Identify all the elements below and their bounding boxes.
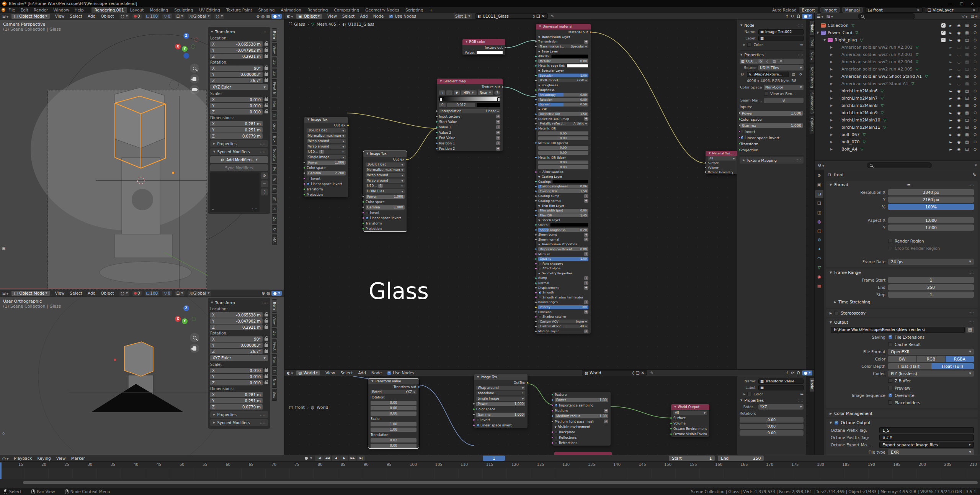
properties-row[interactable]: Color ▼ BWRGBRGBA ▤ bbox=[826, 355, 978, 362]
node-row[interactable]: ▼ 0.00 ▼ + bbox=[536, 131, 591, 136]
node-widget[interactable]: 0.00 ▼ + bbox=[538, 131, 588, 135]
node-row[interactable]: ▼ Film IOR 1.45 ▼ + bbox=[536, 213, 591, 218]
node-row[interactable]: ▼ Color space ▼ + bbox=[363, 199, 407, 205]
node-row[interactable]: ▼ Custom AOV None ▼ + bbox=[536, 319, 591, 324]
expander-icon[interactable]: ▶ bbox=[828, 118, 835, 122]
input-socket[interactable] bbox=[535, 55, 537, 57]
manual-button[interactable]: Manual bbox=[842, 7, 863, 13]
node-row[interactable]: ▼ Smooth ▼ + bbox=[536, 290, 591, 295]
sidebar-tab[interactable]: View bbox=[272, 314, 277, 327]
outliner-item-name[interactable]: American soldier ww2 run A2.003 bbox=[841, 52, 913, 57]
node-row[interactable]: ▼ Projection ▼ + bbox=[363, 226, 407, 231]
outliner-item-name[interactable]: Right_plug bbox=[835, 38, 857, 43]
number-field[interactable]: Y0.010 bbox=[210, 103, 263, 108]
hide-eye-icon[interactable] bbox=[956, 67, 962, 71]
node-widget[interactable]: Single Image ▼ + bbox=[476, 397, 525, 401]
checkbox[interactable] bbox=[888, 379, 892, 383]
interp-mode-select[interactable]: Near▼ bbox=[478, 90, 493, 95]
open-folder-icon[interactable]: ▤ bbox=[771, 59, 777, 63]
outliner-row[interactable]: ▶ American soldier ww2 Shoot Stand A1 ▽ … bbox=[815, 73, 980, 80]
node-row[interactable]: ▼ Transform ▼ + bbox=[363, 221, 407, 226]
trash-icon[interactable]: ▯ bbox=[261, 188, 268, 195]
node-row[interactable]: ▼ Specular 1.00 ▼ + bbox=[536, 73, 591, 78]
gizmo-toggle-icon[interactable]: ⊕ bbox=[261, 291, 265, 295]
transform-panel-header[interactable]: ▼Transform:::: bbox=[210, 28, 268, 35]
output-socket[interactable] bbox=[501, 86, 504, 88]
input-socket[interactable] bbox=[535, 185, 537, 188]
input-socket[interactable] bbox=[535, 65, 537, 67]
input-socket[interactable] bbox=[704, 171, 707, 173]
node-row[interactable]: ▼ Wrap around ▼ + bbox=[363, 178, 407, 183]
input-socket[interactable] bbox=[551, 404, 554, 406]
transform-row[interactable]: X0.281 m bbox=[210, 121, 268, 127]
input-socket[interactable] bbox=[535, 180, 537, 183]
auto-keying-icon[interactable] bbox=[305, 457, 308, 460]
node-widget[interactable]: Rotation 0.00 ▼ + bbox=[538, 98, 588, 102]
workspace-tab[interactable]: Modeling bbox=[147, 7, 171, 13]
number-field[interactable]: Y0.010 bbox=[210, 374, 263, 379]
transform-row[interactable]: Y-0.047902 m bbox=[210, 318, 268, 324]
node-row[interactable]: ▼ 0.00 ▼ + bbox=[368, 411, 419, 416]
color-checkbox[interactable] bbox=[747, 43, 751, 47]
input-socket[interactable] bbox=[535, 128, 537, 130]
properties-tab-icon[interactable]: ▢ bbox=[815, 227, 823, 235]
node-widget[interactable]: Projection ▼ + bbox=[366, 227, 405, 231]
input-socket[interactable] bbox=[303, 177, 305, 180]
refresh-icon[interactable]: ⟳ bbox=[261, 172, 268, 179]
arrow-up-icon[interactable]: ↑ bbox=[786, 14, 789, 18]
render-visibility-icon[interactable]: ⊙ bbox=[972, 111, 978, 115]
expander-icon[interactable]: ▶ bbox=[828, 89, 835, 93]
hide-eye-icon[interactable] bbox=[956, 45, 962, 49]
copy-icon[interactable]: ❏ bbox=[536, 14, 540, 19]
node-widget[interactable]: BSDF model GGX ▼ + bbox=[538, 79, 588, 82]
node-partial-header[interactable] bbox=[554, 452, 612, 455]
node-widget[interactable]: Surface ▼ + bbox=[708, 161, 736, 165]
input-socket[interactable] bbox=[535, 190, 537, 192]
node-gradient-map[interactable]: ▼Gradient map Texture out + − ▼ HSV▼ Nea… bbox=[437, 79, 503, 151]
node-row[interactable]: ▼ 0.00 ▼ + bbox=[536, 160, 591, 165]
node-row[interactable]: ▼ Coating bump ▼ + bbox=[536, 194, 591, 199]
node-widget[interactable]: Medium ▼ + bbox=[538, 252, 588, 256]
viewport-visibility-icon[interactable]: ▤ bbox=[964, 133, 970, 137]
node-row[interactable]: ▼ Film width (µm) 0.00 ▼ + bbox=[536, 208, 591, 213]
node-widget[interactable]: Importance sampling ▼ + bbox=[559, 403, 608, 408]
ramp-options-icon[interactable]: ▼ bbox=[454, 90, 460, 95]
transform-row[interactable]: Y0.251 m bbox=[210, 398, 268, 404]
node-widget[interactable]: Power 1.000 ▼ + bbox=[740, 111, 803, 116]
node-widget[interactable]: Power 1.00 ▼ + bbox=[555, 398, 608, 402]
navigation-gizmo[interactable]: Z X Y bbox=[174, 305, 199, 333]
viewport-visibility-icon[interactable]: ▤ bbox=[964, 103, 970, 108]
input-socket[interactable] bbox=[303, 167, 305, 169]
node-widget[interactable]: Color space ▼ + bbox=[740, 117, 803, 122]
plus-button[interactable]: + bbox=[584, 233, 588, 237]
expander-icon[interactable]: ▼ bbox=[815, 31, 821, 34]
gizmo-z-neg[interactable] bbox=[183, 53, 189, 59]
node-widget[interactable]: Value 2 ▼ + bbox=[439, 131, 500, 135]
node-row[interactable]: ▼ Interpolation Linear ▼ + bbox=[437, 108, 503, 114]
number-field[interactable]: Z0.0779 m bbox=[210, 133, 263, 139]
shading-mode-rendered-icon[interactable]: ●▼ bbox=[271, 291, 282, 296]
node-widget[interactable]: Coating IOR 1.50 ▼ + bbox=[538, 189, 588, 193]
input-socket[interactable] bbox=[535, 238, 537, 241]
node-row[interactable]: ▼ Albedo: ▼ + bbox=[536, 54, 591, 59]
counter-blue-button[interactable]: ⧠ 108 bbox=[145, 291, 159, 296]
annotation-icon[interactable]: ▣ bbox=[2, 246, 5, 250]
outliner-item-name[interactable]: American soldier ww2 run A2.005 bbox=[841, 67, 913, 72]
node-widget[interactable]: 0.02 ▼ + bbox=[371, 438, 416, 443]
node-widget[interactable]: 0.00 ▼ + bbox=[538, 161, 588, 164]
node-row[interactable]: ▼ Affect alpha ▼ + bbox=[536, 266, 591, 271]
node-widget[interactable]: Wrap around ▼ + bbox=[366, 179, 405, 183]
node-row[interactable]: ▼ Backplate ▼ + bbox=[552, 429, 611, 435]
transform-row[interactable]: Y0.000003° bbox=[210, 71, 268, 77]
menu-item[interactable]: Edit bbox=[18, 8, 31, 12]
render-visibility-icon[interactable]: ⊙ bbox=[972, 140, 978, 144]
outliner-item-name[interactable]: American soldier ww2 run A2.001 bbox=[841, 45, 913, 50]
input-socket[interactable] bbox=[535, 330, 537, 333]
node-widget[interactable]: 16-Bit Float ▼ + bbox=[307, 128, 346, 133]
workspace-tab[interactable]: Shading bbox=[255, 7, 278, 13]
colorspace-select[interactable]: Non-Color▼ bbox=[764, 85, 804, 90]
node-row[interactable]: ▼ Volume ▼ + bbox=[671, 421, 709, 426]
node-widget[interactable]: Transmission t... Specular ▼ + bbox=[538, 44, 588, 48]
node-row[interactable]: ▼ Value 1 ▼ + bbox=[437, 125, 503, 130]
node-widget[interactable]: Gamma 1.000 ▼ + bbox=[366, 205, 405, 210]
